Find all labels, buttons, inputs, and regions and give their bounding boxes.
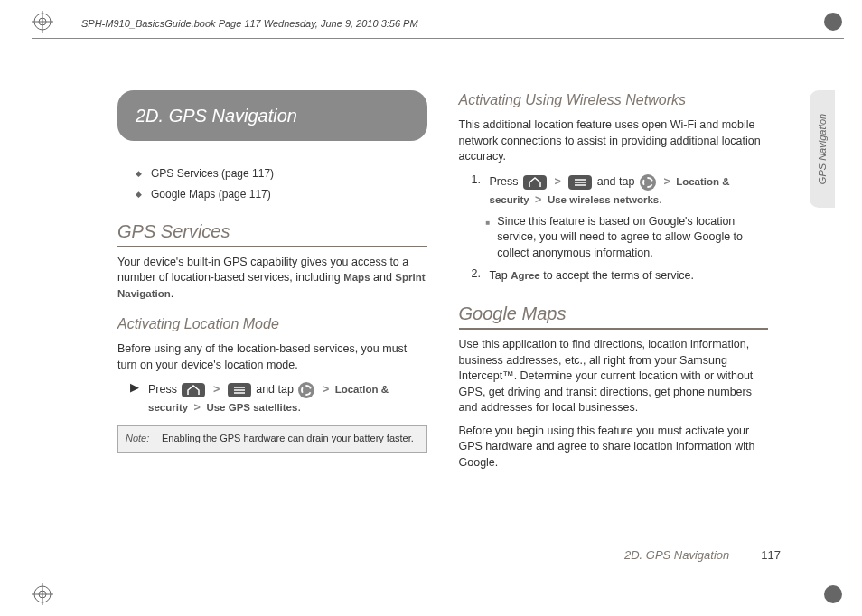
note-text: Enabling the GPS hardware can drain your… bbox=[162, 432, 414, 445]
home-key-icon bbox=[182, 383, 205, 397]
crop-mark-icon bbox=[822, 11, 844, 33]
footer-section: 2D. GPS Navigation bbox=[624, 548, 729, 562]
note-label: Note: bbox=[126, 432, 156, 445]
section-title-pill: 2D. GPS Navigation bbox=[117, 90, 427, 141]
bold-text: Use wireless networks bbox=[548, 194, 659, 205]
left-column: 2D. GPS Navigation ◆ GPS Services (page … bbox=[117, 90, 427, 478]
header-rule bbox=[32, 38, 844, 39]
crop-mark-icon bbox=[32, 11, 53, 33]
right-column: Activating Using Wireless Networks This … bbox=[459, 90, 769, 478]
chevron-icon: > bbox=[554, 175, 560, 188]
bold-text: Maps bbox=[343, 272, 370, 283]
text: to accept the terms of service. bbox=[540, 269, 694, 282]
paragraph: Before using any of the location-based s… bbox=[117, 341, 427, 373]
step-body: Press > and tap > Location & security > … bbox=[490, 173, 769, 209]
paragraph: Use this application to find directions,… bbox=[459, 337, 769, 416]
page-footer: 2D. GPS Navigation 117 bbox=[624, 548, 781, 562]
crop-mark-icon bbox=[822, 583, 844, 605]
paragraph: This additional location feature uses op… bbox=[459, 117, 769, 165]
diamond-icon: ◆ bbox=[136, 189, 142, 201]
side-tab-label: GPS Navigation bbox=[817, 114, 828, 184]
sub-bullet-text: Since this feature is based on Google's … bbox=[497, 214, 768, 262]
bold-text: Agree bbox=[511, 270, 540, 281]
toc-item: ◆ GPS Services (page 117) bbox=[136, 166, 427, 182]
chevron-icon: > bbox=[663, 175, 670, 188]
footer-page-number: 117 bbox=[761, 548, 781, 562]
sub-bullet: ■ Since this feature is based on Google'… bbox=[486, 214, 769, 262]
heading-activating-location: Activating Location Mode bbox=[117, 314, 427, 334]
text: Press bbox=[490, 175, 521, 188]
running-header: SPH-M910_BasicsGuide.book Page 117 Wedne… bbox=[81, 18, 418, 29]
chevron-icon: > bbox=[213, 383, 220, 396]
text: Tap bbox=[490, 269, 511, 282]
toc-text: Google Maps (page 117) bbox=[151, 187, 271, 202]
step-body: Press > and tap > Location & security > … bbox=[148, 380, 427, 416]
settings-gear-icon bbox=[640, 174, 656, 191]
step-number: 1. bbox=[472, 173, 484, 189]
triangle-icon: ▶ bbox=[130, 380, 143, 397]
chevron-icon: > bbox=[323, 383, 329, 396]
step: ▶ Press > and tap > Location & security … bbox=[130, 380, 427, 416]
home-key-icon bbox=[523, 175, 547, 190]
side-tab: GPS Navigation bbox=[810, 90, 835, 208]
step-number: 2. bbox=[472, 266, 484, 283]
crop-mark-icon bbox=[32, 583, 53, 605]
text: and tap bbox=[597, 175, 638, 188]
toc-item: ◆ Google Maps (page 117) bbox=[136, 187, 427, 202]
text: Press bbox=[148, 383, 180, 396]
step: 1. Press > and tap > Location & security… bbox=[472, 173, 769, 209]
text: . bbox=[171, 287, 173, 300]
toc-text: GPS Services (page 117) bbox=[151, 166, 274, 182]
chevron-icon: > bbox=[535, 193, 541, 206]
bold-text: Use GPS satellites bbox=[206, 402, 297, 413]
heading-gps-services: GPS Services bbox=[117, 219, 427, 247]
heading-wireless-networks: Activating Using Wireless Networks bbox=[459, 90, 769, 110]
heading-google-maps: Google Maps bbox=[459, 301, 769, 330]
note-box: Note: Enabling the GPS hardware can drai… bbox=[117, 425, 427, 452]
chevron-icon: > bbox=[194, 401, 201, 414]
text: . bbox=[659, 193, 661, 206]
text: . bbox=[297, 401, 300, 414]
svg-point-9 bbox=[824, 585, 842, 603]
svg-point-4 bbox=[824, 13, 842, 31]
text: and tap bbox=[256, 383, 296, 396]
menu-key-icon bbox=[228, 383, 251, 397]
paragraph: Your device's built-in GPS capability gi… bbox=[117, 255, 427, 303]
menu-key-icon bbox=[568, 175, 592, 190]
paragraph: Before you begin using this feature you … bbox=[459, 424, 769, 471]
text: and bbox=[370, 271, 396, 284]
settings-gear-icon bbox=[298, 382, 314, 398]
diamond-icon: ◆ bbox=[136, 168, 142, 180]
page-body: 2D. GPS Navigation ◆ GPS Services (page … bbox=[117, 90, 768, 478]
step-body: Tap Agree to accept the terms of service… bbox=[490, 266, 769, 285]
step: 2. Tap Agree to accept the terms of serv… bbox=[472, 266, 769, 285]
square-bullet-icon: ■ bbox=[486, 218, 491, 262]
